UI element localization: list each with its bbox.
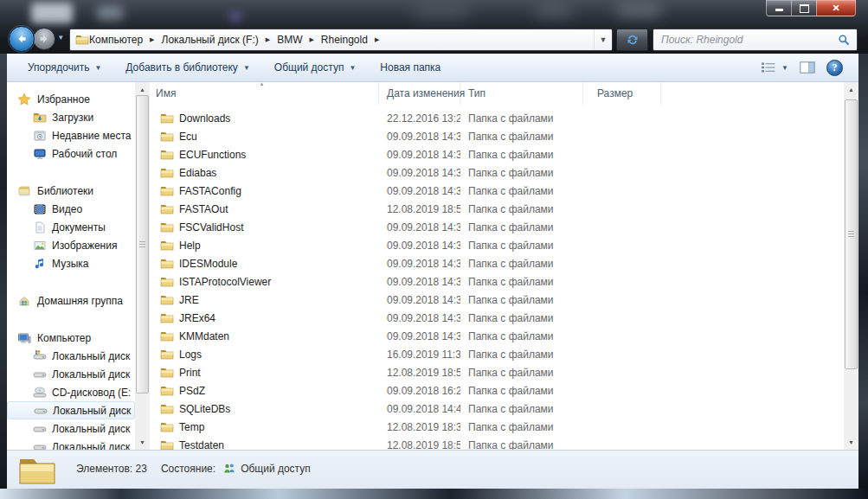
scroll-up-icon[interactable]: ▲ xyxy=(844,82,858,97)
column-headers: Имя▲Дата измененияТипРазмер xyxy=(145,82,661,105)
breadcrumb-item[interactable]: Локальный диск (F:) xyxy=(162,34,259,46)
sidebar-item-local-disk-d[interactable]: Локальный диск xyxy=(7,365,135,383)
sidebar-item-libraries[interactable]: Библиотеки xyxy=(7,182,135,200)
breadcrumb-separator-icon[interactable]: ▶ xyxy=(143,36,161,43)
list-scrollbar[interactable]: ▲ ▼ xyxy=(844,82,858,450)
forward-button[interactable] xyxy=(33,28,55,50)
sidebar-item-cd-drive-e[interactable]: CD-дисковод (E: xyxy=(7,383,135,401)
address-bar[interactable]: Компьютер▶Локальный диск (F:)▶BMW▶Rheing… xyxy=(69,29,613,51)
toolbar-button-label: Упорядочить xyxy=(28,61,89,74)
table-row[interactable]: Downloads22.12.2016 13:26Папка с файлами xyxy=(145,109,844,127)
breadcrumb-separator-icon[interactable]: ▶ xyxy=(368,36,386,43)
breadcrumb-item[interactable]: Компьютер xyxy=(89,34,143,46)
folder-icon xyxy=(160,148,174,162)
refresh-button[interactable] xyxy=(616,29,648,51)
change-view-button[interactable]: ▼ xyxy=(761,61,788,74)
sidebar-item-local-disk-h[interactable]: Локальный диск xyxy=(7,438,135,450)
table-row[interactable]: Help09.09.2018 14:32Папка с файлами xyxy=(145,236,844,254)
close-button[interactable]: ✕ xyxy=(816,0,856,16)
sidebar-item-documents[interactable]: Документы xyxy=(7,218,135,236)
column-header-name[interactable]: Имя▲ xyxy=(145,82,379,105)
maximize-button[interactable] xyxy=(792,0,816,16)
breadcrumb-item[interactable]: BMW xyxy=(277,34,302,46)
toolbar-button-add-to-library[interactable]: Добавить в библиотеку▼ xyxy=(117,57,258,78)
address-dropdown-button[interactable]: ▼ xyxy=(594,29,612,50)
file-name: Help xyxy=(179,240,201,252)
table-row[interactable]: SQLiteDBs09.09.2018 14:49Папка с файлами xyxy=(145,400,844,418)
table-row[interactable]: FASTAOut12.08.2019 18:59Папка с файлами xyxy=(145,200,844,218)
table-row[interactable]: Testdaten12.08.2019 18:59Папка с файлами xyxy=(145,436,844,450)
sidebar-item-video[interactable]: Видео xyxy=(7,200,135,218)
back-button[interactable] xyxy=(9,26,35,52)
table-row[interactable]: PSdZ09.09.2018 16:28Папка с файлами xyxy=(145,381,844,400)
breadcrumb-item[interactable]: Rheingold xyxy=(321,34,368,46)
folder-icon xyxy=(160,112,174,125)
documents-icon xyxy=(33,221,47,234)
column-header-size[interactable]: Размер xyxy=(583,82,661,105)
minimize-button[interactable] xyxy=(766,0,792,16)
file-name: ECUFunctions xyxy=(179,149,246,161)
file-date: 09.09.2018 14:32 xyxy=(379,221,460,234)
table-row[interactable]: Print12.08.2019 18:59Папка с файлами xyxy=(145,363,844,381)
search-box[interactable] xyxy=(653,29,858,51)
music-icon xyxy=(33,257,47,271)
table-row[interactable]: Ecu09.09.2018 14:32Папка с файлами xyxy=(145,127,844,145)
table-row[interactable]: IDESModule09.09.2018 14:32Папка с файлам… xyxy=(145,254,844,272)
breadcrumb: Компьютер▶Локальный диск (F:)▶BMW▶Rheing… xyxy=(89,34,386,46)
sidebar-item-label: Локальный диск xyxy=(52,368,130,381)
file-type: Папка с файлами xyxy=(460,349,583,361)
table-row[interactable]: JRE09.09.2018 14:32Папка с файлами xyxy=(145,291,844,309)
help-button[interactable]: ? xyxy=(826,60,843,76)
file-name-cell: FSCValidHost xyxy=(145,221,379,234)
sidebar-item-local-disk-f[interactable]: Локальный диск xyxy=(7,401,135,419)
list-scrollbar-thumb[interactable] xyxy=(845,99,858,369)
column-header-type[interactable]: Тип xyxy=(460,82,583,105)
sidebar-item-favorites[interactable]: Избранное xyxy=(7,90,135,108)
toolbar-button-share[interactable]: Общий доступ▼ xyxy=(266,57,365,78)
breadcrumb-separator-icon[interactable]: ▶ xyxy=(259,36,277,43)
toolbar-button-organize[interactable]: Упорядочить▼ xyxy=(19,57,110,78)
sidebar-item-music[interactable]: Музыка xyxy=(7,254,135,272)
scroll-down-icon[interactable]: ▼ xyxy=(844,435,858,450)
file-date: 12.08.2019 18:59 xyxy=(379,203,460,215)
table-row[interactable]: FASTAConfig09.09.2018 14:32Папка с файла… xyxy=(145,182,844,200)
file-date: 09.09.2018 14:32 xyxy=(379,167,460,179)
table-row[interactable]: Ediabas09.09.2018 14:32Папка с файлами xyxy=(145,163,844,182)
table-row[interactable]: KMMdaten09.09.2018 14:32Папка с файлами xyxy=(145,327,844,345)
sidebar-item-label: Локальный диск xyxy=(52,441,130,451)
search-input[interactable] xyxy=(659,33,837,47)
desktop-icon xyxy=(33,147,47,161)
chevron-down-icon: ▼ xyxy=(349,64,356,72)
table-row[interactable]: FSCValidHost09.09.2018 14:32Папка с файл… xyxy=(145,218,844,236)
file-type: Папка с файлами xyxy=(460,131,583,143)
sidebar-item-local-disk-c[interactable]: Локальный диск xyxy=(7,347,135,365)
table-row[interactable]: ISTAProtocolViewer09.09.2018 14:32Папка … xyxy=(145,272,844,291)
breadcrumb-separator-icon[interactable]: ▶ xyxy=(302,36,320,43)
toolbar-button-label: Новая папка xyxy=(380,61,440,74)
file-date: 09.09.2018 14:32 xyxy=(379,330,460,342)
sidebar-item-recent-places[interactable]: Недавние места xyxy=(7,126,135,144)
file-name-cell: FASTAOut xyxy=(145,202,379,216)
sidebar-item-computer[interactable]: Компьютер xyxy=(7,329,135,347)
sidebar-item-pictures[interactable]: Изображения xyxy=(7,236,135,254)
sidebar-item-local-disk-g[interactable]: Локальный диск xyxy=(7,419,135,438)
table-row[interactable]: ECUFunctions09.09.2018 14:32Папка с файл… xyxy=(145,145,844,163)
file-name-cell: KMMdaten xyxy=(145,329,379,343)
column-header-date[interactable]: Дата изменения xyxy=(379,82,460,105)
preview-pane-button[interactable] xyxy=(800,61,815,74)
maximize-icon xyxy=(800,4,809,13)
toolbar-button-new-folder[interactable]: Новая папка xyxy=(371,57,449,78)
sidebar-item-downloads[interactable]: Загрузки xyxy=(7,108,135,126)
table-row[interactable]: Logs16.09.2019 11:34Папка с файлами xyxy=(145,345,844,363)
system-disk-icon xyxy=(33,349,47,363)
table-row[interactable]: Temp12.08.2019 18:39Папка с файлами xyxy=(145,418,844,436)
sidebar-item-homegroup[interactable]: Домашняя группа xyxy=(7,291,135,310)
recent-pages-dropdown[interactable]: ▾ xyxy=(59,33,63,42)
table-row[interactable]: JREx6409.09.2018 14:32Папка с файлами xyxy=(145,309,844,327)
file-name: JRE xyxy=(179,294,199,306)
file-name-cell: ISTAProtocolViewer xyxy=(145,275,379,289)
column-header-label: Дата изменения xyxy=(387,87,465,99)
titlebar-reflection xyxy=(97,6,123,20)
search-icon[interactable] xyxy=(837,33,851,47)
sidebar-item-desktop[interactable]: Рабочий стол xyxy=(7,144,135,163)
